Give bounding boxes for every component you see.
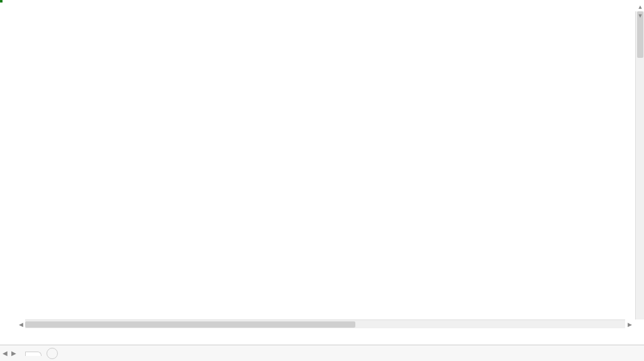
horizontal-scroll-thumb[interactable] [25,321,355,328]
sheet-tab-raw-data[interactable] [25,352,42,356]
sheet-tab-bar: ◀ ▶ [0,345,644,361]
tab-prev-icon[interactable]: ◀ [3,350,8,357]
scroll-right-icon[interactable]: ▶ [625,320,634,329]
tab-nav-arrows[interactable]: ◀ ▶ [3,345,16,361]
scroll-left-icon[interactable]: ◀ [16,320,25,329]
scroll-down-icon[interactable]: ▼ [636,11,644,20]
tab-next-icon[interactable]: ▶ [11,350,16,357]
scroll-up-icon[interactable]: ▲ [636,3,644,11]
horizontal-scrollbar[interactable]: ◀ ▶ [25,319,625,328]
add-sheet-button[interactable] [47,348,58,359]
spreadsheet-grid[interactable]: ▲ ▼ ◀ ▶ [0,0,644,345]
selection-rectangle [0,0,3,3]
vertical-scrollbar[interactable]: ▲ ▼ [635,11,644,319]
